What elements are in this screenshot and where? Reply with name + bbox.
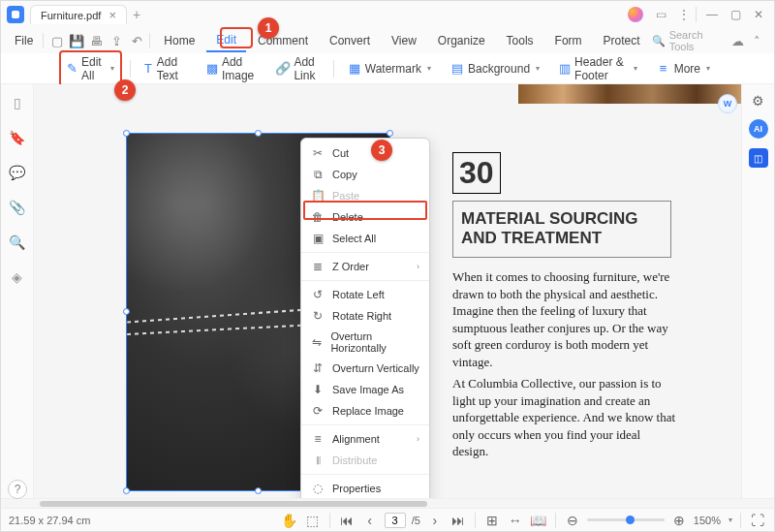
add-image-label: Add Image [222, 55, 258, 82]
tab-organize[interactable]: Organize [428, 30, 495, 51]
window-close-button[interactable]: ✕ [749, 5, 768, 24]
window-minimize-button[interactable]: — [702, 5, 722, 24]
read-mode-icon[interactable]: 📖 [530, 512, 547, 529]
zoom-in-icon[interactable]: ⊕ [670, 512, 688, 529]
cloud-icon[interactable]: ☁ [728, 30, 747, 51]
tab-form[interactable]: Form [545, 30, 592, 51]
add-link-button[interactable]: 🔗 Add Link [270, 52, 326, 85]
thumbnails-icon[interactable]: ▯ [9, 94, 26, 111]
tab-protect[interactable]: Protect [594, 30, 650, 51]
first-page-icon[interactable]: ⏮ [338, 512, 356, 529]
flip-h-icon: ⇋ [311, 335, 323, 349]
file-menu[interactable]: File [9, 32, 39, 49]
more-button[interactable]: ≡ More ▾ [651, 59, 716, 78]
collapse-ribbon-icon[interactable]: ˄ [748, 30, 766, 51]
chevron-down-icon: ▾ [634, 64, 637, 73]
edit-all-button[interactable]: ✎ Edit All ▾ [59, 50, 122, 87]
tab-edit[interactable]: Edit [206, 29, 246, 52]
close-tab-icon[interactable]: × [108, 9, 116, 21]
resize-handle[interactable] [123, 487, 130, 494]
chevron-right-icon: › [417, 262, 419, 271]
zoom-out-icon[interactable]: ⊖ [564, 512, 581, 529]
search-panel-icon[interactable]: 🔍 [9, 234, 26, 251]
zoom-slider-thumb[interactable] [626, 516, 635, 524]
ctx-select-all[interactable]: ▣Select All [301, 228, 429, 249]
ai-badge[interactable]: AI [749, 119, 768, 139]
chevron-down-icon[interactable]: ▾ [728, 516, 732, 524]
rotate-left-icon: ↺ [311, 288, 325, 301]
watermark-button[interactable]: ▦ Watermark ▾ [342, 59, 437, 78]
new-tab-button[interactable]: + [133, 7, 140, 22]
tab-tools[interactable]: Tools [497, 30, 543, 51]
bookmarks-icon[interactable]: 🔖 [9, 129, 26, 146]
window-maximize-button[interactable]: ▢ [726, 5, 745, 24]
kebab-menu-icon[interactable]: ⋮ [674, 5, 694, 24]
ctx-cut[interactable]: ✂Cut [301, 142, 429, 164]
scroll-thumb[interactable] [40, 501, 427, 507]
resize-handle[interactable] [123, 130, 130, 137]
fit-width-icon[interactable]: ↔ [507, 512, 524, 529]
fit-page-icon[interactable]: ⊞ [483, 512, 501, 529]
resize-handle[interactable] [255, 130, 262, 137]
resize-handle[interactable] [123, 308, 130, 315]
page-input[interactable] [385, 513, 406, 528]
select-tool-icon[interactable]: ⬚ [304, 512, 322, 529]
attachments-icon[interactable]: 📎 [9, 199, 26, 216]
background-button[interactable]: ▤ Background ▾ [445, 59, 545, 78]
add-text-button[interactable]: T Add Text [138, 52, 193, 85]
ctx-paste: 📋Paste [301, 185, 429, 206]
ctx-replace-image[interactable]: ⟳Replace Image [301, 400, 429, 422]
next-page-icon[interactable]: › [426, 512, 444, 529]
prev-page-icon[interactable]: ‹ [361, 512, 379, 529]
ctx-z-order[interactable]: ≣Z Order› [301, 256, 429, 277]
hand-tool-icon[interactable]: ✋ [281, 512, 298, 529]
tab-home[interactable]: Home [154, 30, 204, 51]
ctx-alignment[interactable]: ≡Alignment› [301, 428, 429, 450]
chevron-down-icon: ▾ [536, 64, 540, 73]
scissors-icon: ✂ [311, 146, 325, 160]
document-size: 21.59 x 27.94 cm [9, 515, 90, 526]
undo-icon[interactable]: ↶ [128, 30, 146, 51]
app-logo-icon [7, 6, 24, 23]
doc-header-image [518, 84, 741, 104]
tab-view[interactable]: View [382, 30, 426, 51]
export-icon[interactable]: ⇪ [108, 30, 126, 51]
zoom-slider[interactable] [587, 518, 665, 521]
ctx-save-image-as[interactable]: ⬇Save Image As [301, 379, 429, 400]
layers-icon: ≣ [311, 260, 325, 273]
text-icon: T [143, 62, 152, 76]
header-footer-label: Header & Footer [574, 55, 628, 82]
ctx-delete[interactable]: 🗑Delete [301, 206, 429, 228]
print-icon[interactable]: 🖶 [88, 30, 107, 51]
ctx-copy[interactable]: ⧉Copy [301, 164, 429, 185]
word-badge-icon[interactable]: W [718, 94, 737, 113]
ctx-properties[interactable]: ◌Properties [301, 478, 429, 498]
last-page-icon[interactable]: ⏭ [450, 512, 467, 529]
settings-icon[interactable]: ⚙ [750, 92, 767, 110]
edit-all-label: Edit All [81, 55, 105, 82]
document-tab[interactable]: Furniture.pdf × [30, 5, 127, 24]
ctx-overturn-v[interactable]: ⇵Overturn Vertically [301, 358, 429, 379]
save-icon[interactable]: 💾 [68, 30, 86, 51]
comments-icon[interactable]: 💬 [9, 164, 26, 181]
tab-convert[interactable]: Convert [320, 30, 380, 51]
search-tools[interactable]: 🔍 Search Tools [652, 29, 719, 52]
add-image-button[interactable]: ▩ Add Image [201, 52, 264, 85]
header-footer-icon: ▥ [559, 62, 571, 76]
horizontal-scrollbar[interactable] [1, 498, 774, 508]
share-icon[interactable]: ▭ [651, 5, 670, 24]
watermark-label: Watermark [365, 62, 421, 76]
ctx-rotate-right[interactable]: ↻Rotate Right [301, 305, 429, 327]
fullscreen-icon[interactable]: ⛶ [749, 512, 766, 529]
resize-handle[interactable] [255, 487, 262, 494]
layers-icon[interactable]: ◈ [9, 268, 26, 286]
ms-badge[interactable]: ◫ [749, 148, 768, 168]
open-icon[interactable]: ▢ [47, 30, 66, 51]
help-icon[interactable]: ? [8, 480, 27, 499]
ctx-rotate-left[interactable]: ↺Rotate Left [301, 284, 429, 305]
resize-handle[interactable] [387, 130, 393, 137]
assistant-orb-icon[interactable] [628, 7, 643, 22]
add-link-label: Add Link [294, 55, 320, 82]
ctx-overturn-h[interactable]: ⇋Overturn Horizontally [301, 327, 429, 358]
header-footer-button[interactable]: ▥ Header & Footer ▾ [553, 52, 643, 85]
